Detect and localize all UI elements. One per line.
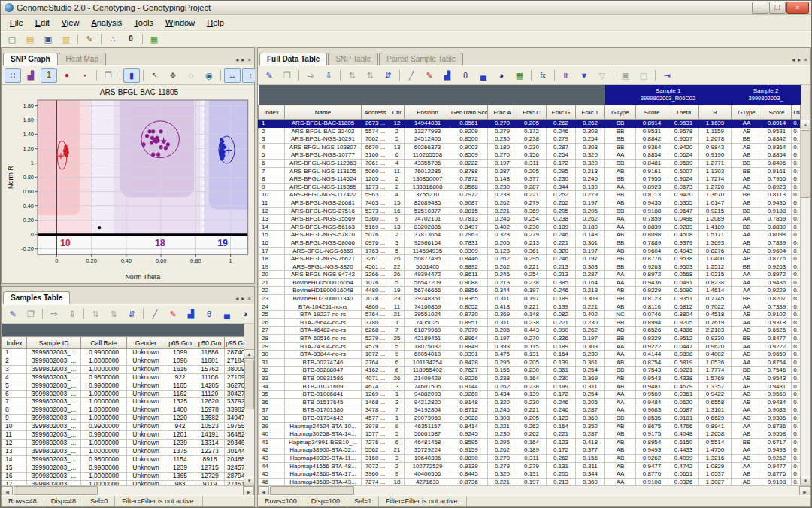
plots-per-page-count[interactable]: 1 [41, 68, 57, 83]
table-row[interactable]: 34BTB-010716094674 ...3746015060.91440.2… [259, 382, 801, 391]
column-header[interactable]: Index [2, 337, 27, 349]
table-row[interactable]: 3ARS-BFGL-NGS-102917062 ...5245124050.85… [259, 135, 801, 144]
column-header[interactable]: p50 Grn [195, 337, 225, 349]
table-row[interactable]: 1ARS-BFGL-BAC-118052673 ...12149440310.8… [259, 120, 801, 128]
table-row[interactable]: 23BovineHD23000113407078 ...23392483510.… [259, 295, 801, 303]
table-row[interactable]: 46Hapmap43580-BTA-43...7274 ...184271633… [259, 478, 801, 485]
histogram-plot-icon[interactable]: ▟ [439, 68, 456, 83]
zoom-tool-icon[interactable]: ◉ [201, 68, 217, 83]
table-row[interactable]: 40Hapmap30258-BTA-14...1577 ...556661587… [259, 430, 801, 439]
menu-help[interactable]: Help [201, 17, 230, 29]
column-header[interactable]: Score [762, 105, 792, 120]
small-point-icon[interactable]: ● [77, 68, 93, 83]
table-row[interactable]: 31BTB-002747462764 ...61011342540.84280.… [259, 358, 801, 367]
tab-heat-map[interactable]: Heat Map [59, 53, 106, 65]
regression-plot-icon[interactable]: ✎ [165, 307, 181, 321]
export-data-icon[interactable]: ⇨ [46, 307, 62, 321]
column-header[interactable]: p05 Grn [165, 337, 195, 349]
tab-paired-sample-table[interactable]: Paired Sample Table [379, 53, 463, 65]
samples-hscrollbar[interactable]: ◀ ▶ [2, 485, 254, 495]
scroll-track[interactable] [354, 486, 799, 495]
table-row[interactable]: 13ARS-BFGL-NGS-355695360 ...9747021010.7… [259, 215, 801, 224]
close-button[interactable]: × [786, 2, 809, 14]
export-data-icon[interactable]: ⇨ [302, 68, 319, 83]
scatter-plot-mode-icon[interactable]: ∷ [5, 68, 21, 83]
import-data-icon[interactable]: ⇩ [64, 307, 80, 321]
table-row[interactable]: 38BTB-017346424577 ...1290739690.90280.3… [259, 414, 801, 422]
import-data-icon[interactable]: ⇩ [320, 68, 337, 83]
table-row[interactable]: 83999802003_...1.0000000Unknown140015978… [2, 406, 245, 415]
column-header[interactable]: Score [636, 105, 668, 120]
column-header[interactable]: Frac C [517, 105, 547, 120]
table-row[interactable]: 39Hapmap24524-BTA-10...3978 ...946351157… [259, 422, 801, 430]
column-header[interactable]: Position [405, 105, 450, 120]
table-row[interactable]: 43Hapmap40339-BTA-11...3160 ...310640386… [259, 454, 801, 462]
table-row[interactable]: 27BTA-46482-no-rs6268 ...7618799600.7070… [259, 327, 801, 335]
copy-cells-icon[interactable]: ❐ [23, 307, 39, 321]
column-header[interactable]: Address [362, 105, 389, 120]
table-row[interactable]: 10ARS-BFGL-NGS-1174225963 ...437552100.7… [259, 191, 801, 199]
columns-icon[interactable]: ||| [558, 68, 574, 83]
line-plot-icon[interactable]: ╱ [147, 307, 163, 321]
histogram-plot-icon[interactable]: ▟ [183, 307, 199, 321]
table-row[interactable]: 18ARS-BFGL-NGS-766213261 ...26508774950.… [259, 255, 801, 263]
table-row[interactable]: 26BTA-29644-no-rs3780 ...174050250.89510… [259, 318, 801, 327]
regression-plot-icon[interactable]: ✎ [421, 68, 438, 83]
filter-icon[interactable]: ▼ [576, 68, 592, 83]
snp-scatter-plot[interactable]: 10181900.200.400.600.801-0.2000.200.400.… [4, 96, 252, 281]
column-header[interactable]: Name [285, 105, 362, 120]
table-row[interactable]: 143999802003_...0.9800000Unknown11548918… [2, 455, 245, 464]
large-point-icon[interactable]: ● [59, 68, 75, 83]
tab-full-data-table[interactable]: Full Data Table [259, 53, 327, 65]
table-row[interactable]: 25BTA-19227-no-rs5764 ...21395510240.873… [259, 311, 801, 319]
filter-clear-icon[interactable]: ▽ [594, 68, 611, 83]
column-header[interactable]: Frac G [547, 105, 576, 120]
tab-prev-icon[interactable]: ◂ [235, 56, 238, 63]
copy-graph-icon[interactable]: ❐ [100, 68, 117, 83]
table-row[interactable]: 24BTA-104251-no-rs4860 ...11741608690.80… [259, 303, 801, 311]
bar-plot-icon[interactable]: ▄ [219, 307, 235, 321]
table-row[interactable]: 53999802003_...0.9900000Unknown116514285… [2, 382, 245, 390]
column-header[interactable]: Index [259, 105, 285, 120]
sort-descending-icon[interactable]: ⇅ [362, 68, 378, 83]
column-header[interactable]: p95 Grn [225, 337, 245, 349]
table-row[interactable]: 103999802003_...0.9900000Unknown94210523… [2, 423, 245, 431]
tab-prev-icon[interactable]: ◂ [792, 56, 795, 63]
table-row[interactable]: 123999802003_...1.0000000Unknown12391331… [2, 439, 245, 447]
scroll-track[interactable] [98, 486, 243, 495]
column-header[interactable]: R [699, 105, 732, 120]
table-row[interactable]: 173999802003_...1.0000000Unknown98391192… [2, 480, 245, 485]
sort-descending-icon[interactable]: ⇅ [105, 307, 122, 321]
table-row[interactable]: 8ARS-BFGL-NGS-1145241265 ...21308500070.… [259, 175, 801, 184]
table-row[interactable]: 113999802003_...0.9900000Unknown12011419… [2, 431, 245, 440]
tab-next-icon[interactable]: ▸ [798, 56, 801, 63]
table-row[interactable]: 22BovineHD19000160484480 ...19567466560.… [259, 287, 801, 295]
line-plot-icon[interactable]: ╱ [403, 68, 420, 83]
table-row[interactable]: 33BTB-009315864071 ...26214094290.92260.… [259, 375, 801, 383]
function-icon[interactable]: fx [535, 68, 551, 83]
tab-samples-table[interactable]: Samples Table [3, 291, 70, 304]
table-row[interactable]: 93999802003_...1.0000000Unknown122013582… [2, 415, 245, 423]
scroll-down-icon[interactable]: ▼ [800, 476, 810, 485]
table-row[interactable]: 63999802003_...1.0000000Unknown116211120… [2, 390, 245, 398]
bar-plot-icon[interactable]: ▄ [475, 68, 492, 83]
insert-column-icon[interactable]: ⇥ [659, 68, 675, 83]
edit-cells-icon[interactable]: ✎ [5, 307, 21, 321]
table-row[interactable]: 33999802003_...1.0000000Unknown161615762… [2, 365, 245, 373]
minimize-button[interactable]: — [752, 2, 768, 14]
full-data-grid[interactable]: Sample 13999802003_R06C02Sample 23999802… [258, 85, 801, 485]
scrollbar-thumb[interactable] [14, 486, 98, 495]
new-project-icon[interactable]: ▢ [4, 32, 20, 47]
maximize-button[interactable]: ❐ [769, 2, 786, 14]
table-row[interactable]: 41Hapmap34991-BES10_...7276 ...646481458… [259, 438, 801, 446]
scrollbar-thumb[interactable] [801, 130, 810, 198]
fit-horizontal-icon[interactable]: ↔ [224, 68, 241, 83]
scrollbar-thumb[interactable] [244, 360, 254, 409]
samples-grid[interactable]: IndexSample IDCall RateGenderp05 Grnp50 … [2, 324, 244, 485]
table-row[interactable]: 20ARS-BFGL-NGS-947423266 ...26493944720.… [259, 271, 801, 279]
heatmap-icon[interactable]: ▦ [511, 68, 528, 83]
table-row[interactable]: 36BTB-015176451468 ...3942128200.91480.3… [259, 398, 801, 406]
table-row[interactable]: 12ARS-BFGL-NGS-275165373 ...16525103770.… [259, 207, 801, 215]
copy-cells-icon[interactable]: ❐ [279, 68, 295, 83]
title-bar[interactable]: GenomeStudio 2.0 - Genotyping - Genotypi… [1, 1, 811, 15]
